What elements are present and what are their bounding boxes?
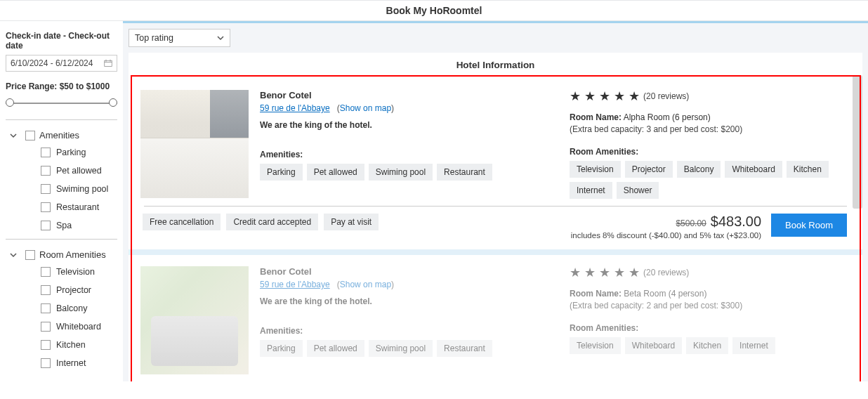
- hotel-card: Benor Cotel 59 rue de l'Abbaye Show on m…: [129, 79, 862, 206]
- filter-item[interactable]: Swiming pool: [41, 184, 117, 194]
- calendar-icon: [104, 59, 112, 67]
- filter-item[interactable]: Balcony: [41, 303, 117, 313]
- star-icon: ★: [599, 266, 610, 279]
- tag: Parking: [260, 340, 303, 357]
- room-amenities-group-header[interactable]: Room Amenities: [6, 249, 117, 260]
- original-price: $500.00: [676, 218, 706, 228]
- hotel-thumbnail: [140, 266, 249, 374]
- sort-select[interactable]: Top rating: [129, 29, 230, 47]
- filter-item[interactable]: Spa: [41, 221, 117, 230]
- reviews-count: (20 reviews): [643, 268, 689, 277]
- tag: Restaurant: [437, 340, 492, 357]
- star-icon: ★: [570, 266, 581, 279]
- star-icon: ★: [584, 266, 596, 279]
- checkbox[interactable]: [41, 166, 51, 176]
- filter-item[interactable]: Pet allowed: [41, 166, 117, 176]
- slider-thumb-min[interactable]: [6, 98, 14, 107]
- filter-label: Projector: [56, 285, 91, 295]
- amenities-checkbox-all[interactable]: [25, 131, 35, 140]
- checkbox[interactable]: [41, 148, 51, 157]
- room-amenities-tags: TelevisionWhiteboardKitchenInternet: [570, 337, 847, 354]
- app-header: Book My HoRoomtel: [0, 0, 868, 21]
- amenities-group-header[interactable]: Amenities: [6, 130, 117, 140]
- filter-item[interactable]: Internet: [41, 358, 117, 368]
- filter-label: Spa: [56, 221, 72, 230]
- checkbox[interactable]: [41, 202, 51, 212]
- hotel-name: Benor Cotel: [260, 90, 558, 100]
- scrollbar[interactable]: [853, 75, 862, 209]
- checkbox[interactable]: [41, 221, 51, 230]
- filter-label: Pet allowed: [56, 166, 102, 176]
- book-room-button[interactable]: Book Room: [771, 214, 847, 237]
- checkbox[interactable]: [41, 322, 51, 332]
- room-amenities-items: TelevisionProjectorBalconyWhiteboardKitc…: [6, 267, 117, 368]
- star-icon: ★: [614, 90, 625, 103]
- filter-label: Swiming pool: [56, 184, 108, 194]
- star-icon: ★: [629, 90, 640, 103]
- price-label: Price Range: $50 to $1000: [6, 81, 117, 91]
- checkbox[interactable]: [41, 340, 51, 350]
- filter-label: Restaurant: [56, 202, 99, 212]
- filter-label: Balcony: [56, 303, 87, 313]
- filter-item[interactable]: Whiteboard: [41, 322, 117, 332]
- policy-tags: Free cancellationCredit card acceptedPay…: [143, 214, 379, 230]
- final-price: $483.00: [711, 214, 761, 230]
- tag: Swiming pool: [369, 340, 433, 357]
- tag: Restaurant: [437, 164, 492, 181]
- date-label: Check-in date - Check-out date: [6, 31, 117, 51]
- amenities-label: Amenities:: [260, 150, 558, 159]
- room-amenities-tags: TelevisionProjectorBalconyWhiteboardKitc…: [570, 161, 847, 199]
- hotel-name: Benor Cotel: [260, 266, 558, 277]
- amenities-group-label: Amenities: [39, 130, 79, 140]
- price-slider[interactable]: [6, 96, 117, 110]
- filter-label: Whiteboard: [56, 322, 101, 332]
- amenities-label: Amenities:: [260, 326, 558, 336]
- checkbox[interactable]: [41, 358, 51, 368]
- tag: Pay at visit: [324, 214, 379, 230]
- hotel-address-link[interactable]: 59 rue de l'Abbaye: [260, 280, 330, 289]
- show-on-map-link[interactable]: Show on map: [337, 280, 394, 289]
- chevron-down-icon: [10, 251, 17, 259]
- date-range-input[interactable]: 6/10/2024 - 6/12/2024: [6, 55, 117, 72]
- tag: Shower: [617, 182, 659, 199]
- filter-item[interactable]: Parking: [41, 148, 117, 157]
- tag: Projector: [625, 161, 673, 178]
- date-range-value: 6/10/2024 - 6/12/2024: [11, 58, 93, 68]
- room-amenities-label: Room Amenities:: [570, 323, 847, 333]
- show-on-map-link[interactable]: Show on map: [337, 103, 394, 113]
- sort-select-value: Top rating: [135, 33, 173, 43]
- filter-label: Parking: [56, 148, 86, 157]
- chevron-down-icon: [10, 132, 17, 139]
- filter-label: Kitchen: [56, 340, 86, 350]
- filter-item[interactable]: Restaurant: [41, 202, 117, 212]
- tag: Credit card accepted: [226, 214, 318, 230]
- price-note: includes 8% discount (-$40.00) and 5% ta…: [571, 231, 761, 240]
- hotel-address-link[interactable]: 59 rue de l'Abbaye: [260, 103, 330, 113]
- hotel-tagline: We are the king of the hotel.: [260, 120, 558, 130]
- panel-title: Hotel Information: [129, 53, 862, 79]
- tag: Television: [570, 161, 621, 178]
- room-extra-info: (Extra bed capacity: 3 and per bed cost:…: [570, 124, 847, 134]
- tag: Pet allowed: [307, 340, 364, 357]
- filter-item[interactable]: Projector: [41, 285, 117, 295]
- filter-item[interactable]: Television: [41, 267, 117, 277]
- filter-item[interactable]: Kitchen: [41, 340, 117, 350]
- checkbox[interactable]: [41, 184, 51, 194]
- chevron-down-icon: [217, 34, 224, 41]
- checkbox[interactable]: [41, 303, 51, 313]
- room-amenities-label: Room Amenities:: [570, 147, 847, 157]
- room-extra-info: (Extra bed capacity: 2 and per bed cost:…: [570, 301, 847, 310]
- filter-label: Television: [56, 267, 95, 277]
- room-amenities-checkbox-all[interactable]: [25, 250, 35, 260]
- svg-rect-0: [105, 60, 112, 66]
- star-icon: ★: [629, 266, 640, 279]
- tag: Television: [570, 337, 621, 354]
- checkbox[interactable]: [41, 285, 51, 295]
- amenities-items: ParkingPet allowedSwiming poolRestaurant…: [6, 148, 117, 230]
- star-icon: ★: [584, 90, 596, 103]
- star-rating: ★ ★ ★ ★ ★ (20 reviews): [570, 266, 847, 279]
- checkbox[interactable]: [41, 267, 51, 277]
- tag: Whiteboard: [725, 161, 782, 178]
- reviews-count: (20 reviews): [643, 91, 689, 101]
- slider-thumb-max[interactable]: [109, 98, 117, 107]
